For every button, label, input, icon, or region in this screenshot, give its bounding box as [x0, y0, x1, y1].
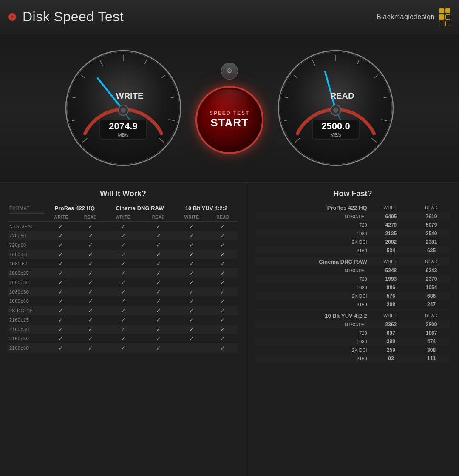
check-cell: ✓	[76, 250, 104, 259]
svg-text:MB/s: MB/s	[118, 132, 129, 137]
hf-write-value: 208	[370, 300, 412, 309]
check-cell: ✓	[142, 250, 175, 259]
format-col-header: FORMAT	[8, 203, 45, 213]
check-cell: ✓	[45, 250, 77, 259]
check-cell: ✓	[105, 296, 142, 306]
prores-write-header: WRITE	[45, 213, 77, 222]
check-cell: ✓	[105, 334, 142, 343]
hf-data-row: 2160 93 111	[255, 354, 450, 363]
brand-dot-2	[445, 8, 450, 13]
hf-read-value: 1067	[412, 329, 450, 337]
hf-read-value: 7619	[412, 212, 450, 221]
hf-write-value: 1993	[370, 275, 412, 283]
format-label: 2160p30	[8, 325, 45, 334]
hf-data-row: 2K DCI 259 308	[255, 346, 450, 354]
center-section: ⚙ SPEED TEST START	[196, 63, 264, 154]
check-cell: ✓	[76, 240, 104, 250]
format-label: 1080i60	[8, 259, 45, 268]
table-row: 1080p30 ✓ ✓ ✓ ✓ ✓ ✓	[8, 278, 238, 287]
hf-data-row: 1080 2135 2540	[255, 229, 450, 238]
check-cell: ✓	[208, 240, 238, 250]
table-row: 2160p30 ✓ ✓ ✓ ✓ ✓ ✓	[8, 325, 238, 334]
brand-dot-5	[439, 21, 444, 26]
hf-format-label: 2K DCI	[255, 238, 370, 246]
table-row: 1080p25 ✓ ✓ ✓ ✓ ✓ ✓	[8, 268, 238, 278]
check-cell: ✓	[45, 278, 77, 287]
hf-read-value: 111	[412, 354, 450, 363]
hf-read-col-header: READ	[412, 311, 450, 320]
brand-logo: Blackmagicdesign	[377, 8, 450, 26]
check-cell: ✓	[45, 287, 77, 296]
format-label: 1080i50	[8, 250, 45, 259]
prores-header: ProRes 422 HQ	[45, 203, 105, 213]
how-fast-table: ProRes 422 HQ WRITE READNTSC/PAL 6405 76…	[255, 203, 450, 363]
check-cell: ✓	[76, 306, 104, 315]
brand-dot-4	[445, 14, 450, 20]
check-cell: ✓	[208, 231, 238, 240]
svg-text:MB/s: MB/s	[330, 132, 341, 137]
check-cell: ✓	[208, 222, 238, 231]
check-cell: ✓	[45, 325, 77, 334]
svg-text:READ: READ	[330, 91, 354, 100]
hf-write-value: 2002	[370, 238, 412, 246]
check-cell: ✓	[105, 222, 142, 231]
svg-point-17	[121, 108, 126, 113]
hf-group-header-row: Cinema DNG RAW WRITE READ	[255, 257, 450, 266]
start-button[interactable]: SPEED TEST START	[196, 86, 264, 154]
format-label: 2160p50	[8, 334, 45, 343]
hf-write-value: 534	[370, 246, 412, 255]
hf-format-label: 1080	[255, 283, 370, 292]
hf-read-value: 247	[412, 300, 450, 309]
hf-format-label: 720	[255, 329, 370, 337]
hf-format-label: 720	[255, 275, 370, 283]
hf-write-value: 2135	[370, 229, 412, 238]
format-sub-header	[8, 213, 45, 222]
settings-button[interactable]: ⚙	[221, 63, 238, 80]
check-cell: ✓	[45, 334, 77, 343]
check-cell: ✓	[76, 287, 104, 296]
format-label: 720p60	[8, 240, 45, 250]
check-cell: ✓	[175, 287, 208, 296]
format-label: 1080p50	[8, 287, 45, 296]
brand-dot-3	[439, 14, 444, 20]
hf-read-value: 2381	[412, 238, 450, 246]
hf-format-label: 2K DCI	[255, 346, 370, 354]
check-cell: ✓	[142, 325, 175, 334]
hf-data-row: 1080 399 474	[255, 337, 450, 346]
hf-format-label: 2K DCI	[255, 292, 370, 300]
brand-dot-1	[439, 8, 444, 13]
hf-write-value: 897	[370, 329, 412, 337]
check-cell: ✓	[208, 278, 238, 287]
check-cell: ✓	[175, 222, 208, 231]
hf-read-value: 635	[412, 246, 450, 255]
table-row: 720p60 ✓ ✓ ✓ ✓ ✓ ✓	[8, 240, 238, 250]
hf-format-label: 1080	[255, 229, 370, 238]
check-cell: ✓	[105, 315, 142, 325]
title-bar-left: × Disk Speed Test	[8, 9, 124, 25]
hf-group-name: 10 Bit YUV 4:2:2	[255, 311, 370, 320]
will-it-work-title: Will It Work?	[8, 189, 238, 198]
table-row: 2160p60 ✓ ✓ ✓ ✓ ✓	[8, 343, 238, 353]
check-cell: ✓	[76, 259, 104, 268]
how-fast-title: How Fast?	[255, 189, 450, 198]
hf-data-row: NTSC/PAL 2362 2809	[255, 320, 450, 329]
check-cell: ✓	[208, 306, 238, 315]
hf-group-header-row: 10 Bit YUV 4:2:2 WRITE READ	[255, 311, 450, 320]
check-cell: ✓	[76, 231, 104, 240]
check-cell: ✓	[76, 343, 104, 353]
hf-read-value: 2370	[412, 275, 450, 283]
check-cell: ✓	[142, 231, 175, 240]
title-bar: × Disk Speed Test Blackmagicdesign	[0, 0, 459, 34]
check-cell: ✓	[45, 315, 77, 325]
close-button[interactable]: ×	[8, 13, 16, 21]
check-cell: ✓	[142, 334, 175, 343]
hf-write-value: 399	[370, 337, 412, 346]
check-cell: ✓	[105, 268, 142, 278]
yuv-read-header: READ	[208, 213, 238, 222]
table-row: 2160p50 ✓ ✓ ✓ ✓ ✓ ✓	[8, 334, 238, 343]
hf-group-header-row: ProRes 422 HQ WRITE READ	[255, 203, 450, 212]
check-cell: ✓	[105, 259, 142, 268]
table-row: NTSC/PAL ✓ ✓ ✓ ✓ ✓ ✓	[8, 222, 238, 231]
write-gauge: WRITE 2074.9 MB/s	[64, 48, 183, 168]
hf-data-row: NTSC/PAL 5248 6243	[255, 266, 450, 275]
